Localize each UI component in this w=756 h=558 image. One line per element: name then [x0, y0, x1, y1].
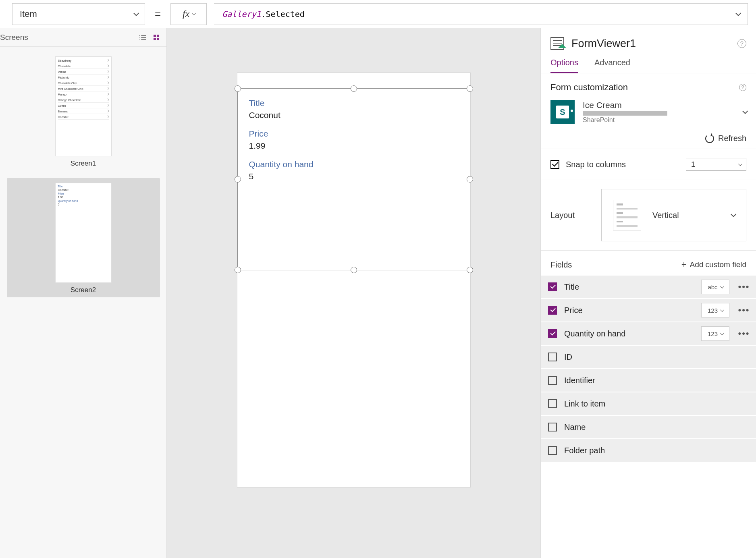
- resize-handle[interactable]: [235, 85, 241, 92]
- add-field-label: Add custom field: [690, 260, 746, 269]
- field-type-dropdown[interactable]: abc: [701, 280, 729, 294]
- field-row[interactable]: Price123•••: [541, 299, 756, 322]
- fx-button[interactable]: fx: [170, 3, 207, 25]
- screen-thumbnail[interactable]: StrawberryChocolateVanillaPistachioChoco…: [7, 52, 160, 171]
- form-viewer-control[interactable]: Title Coconut Price 1.99 Quantity on han…: [237, 88, 470, 270]
- screen-thumbnails: StrawberryChocolateVanillaPistachioChoco…: [0, 47, 166, 302]
- token-member: .Selected: [261, 9, 305, 19]
- chevron-down-icon: [731, 212, 736, 217]
- layout-thumbnail: [613, 200, 641, 230]
- form-customization-section: Form customization ? S Ice Cream SharePo…: [541, 73, 756, 149]
- resize-handle[interactable]: [235, 176, 241, 183]
- field-more-icon[interactable]: •••: [737, 305, 751, 315]
- screens-panel: Screens StrawberryChocolateVanillaPistac…: [0, 28, 167, 558]
- data-source-name: Ice Cream: [583, 100, 734, 110]
- field-name: ID: [564, 353, 751, 362]
- field-type-dropdown[interactable]: 123: [701, 303, 729, 317]
- resize-handle[interactable]: [351, 267, 357, 273]
- field-row[interactable]: Quantity on hand123•••: [541, 322, 756, 346]
- card-label: Quantity on hand: [249, 160, 459, 169]
- fields-label: Fields: [550, 260, 572, 270]
- thumbnail-caption: Screen1: [7, 160, 160, 168]
- resize-handle[interactable]: [467, 176, 473, 183]
- data-card[interactable]: Quantity on hand 5: [238, 156, 470, 187]
- field-name: Folder path: [564, 446, 751, 455]
- chevron-down-icon: [742, 108, 748, 114]
- plus-icon: +: [681, 259, 687, 270]
- snap-checkbox[interactable]: [550, 160, 559, 169]
- field-checkbox[interactable]: [548, 423, 557, 431]
- resize-handle[interactable]: [467, 267, 473, 273]
- resize-handle[interactable]: [351, 85, 357, 92]
- field-row[interactable]: Folder path: [541, 439, 756, 463]
- formula-input[interactable]: Gallery1.Selected: [214, 3, 748, 25]
- snap-to-columns-section: Snap to columns 1: [541, 149, 756, 180]
- field-row[interactable]: Link to item: [541, 392, 756, 416]
- field-checkbox[interactable]: [548, 446, 557, 455]
- help-icon[interactable]: ?: [739, 84, 746, 91]
- thumbnail-view-icon[interactable]: [154, 35, 159, 40]
- snap-label: Snap to columns: [566, 160, 626, 169]
- tree-view-icon[interactable]: [137, 33, 144, 42]
- formula-bar: Item = fx Gallery1.Selected: [0, 0, 756, 28]
- fx-label: fx: [183, 8, 189, 19]
- property-name: Item: [20, 9, 37, 19]
- field-checkbox[interactable]: [548, 306, 557, 315]
- fields-list: Titleabc•••Price123•••Quantity on hand12…: [541, 276, 756, 463]
- data-source-selector[interactable]: S Ice Cream SharePoint: [550, 100, 746, 124]
- field-name: Name: [564, 423, 751, 432]
- layout-selector[interactable]: Vertical: [601, 189, 746, 241]
- panel-tabs: Options Advanced: [541, 53, 756, 73]
- field-checkbox[interactable]: [548, 399, 557, 408]
- field-name: Price: [564, 306, 694, 315]
- property-dropdown[interactable]: Item: [12, 3, 145, 25]
- field-row[interactable]: ID: [541, 346, 756, 369]
- resize-handle[interactable]: [467, 85, 473, 92]
- panel-title-row: FormViewer1 ?: [541, 28, 756, 53]
- section-title: Form customization ?: [550, 82, 746, 93]
- chevron-down-icon: [192, 11, 196, 15]
- field-type-dropdown[interactable]: 123: [701, 326, 729, 341]
- formula-text: Gallery1.Selected: [222, 9, 305, 19]
- field-row[interactable]: Identifier: [541, 369, 756, 392]
- columns-dropdown[interactable]: 1: [686, 158, 746, 171]
- field-checkbox[interactable]: [548, 282, 557, 291]
- token-identifier: Gallery1: [222, 9, 261, 19]
- chevron-down-icon: [735, 10, 741, 16]
- card-label: Title: [249, 98, 459, 108]
- layout-value: Vertical: [652, 211, 679, 220]
- equals-sign: =: [152, 8, 163, 20]
- add-custom-field-button[interactable]: + Add custom field: [681, 259, 746, 270]
- field-checkbox[interactable]: [548, 353, 557, 361]
- resize-handle[interactable]: [235, 267, 241, 273]
- design-canvas[interactable]: Title Coconut Price 1.99 Quantity on han…: [167, 28, 540, 558]
- refresh-button[interactable]: Refresh: [550, 134, 746, 143]
- thumbnail-caption: Screen2: [7, 286, 160, 294]
- field-name: Link to item: [564, 399, 751, 409]
- tab-options[interactable]: Options: [550, 53, 578, 73]
- field-checkbox[interactable]: [548, 376, 557, 385]
- phone-frame: Title Coconut Price 1.99 Quantity on han…: [237, 73, 471, 487]
- field-row[interactable]: Name: [541, 416, 756, 439]
- data-source-account: [583, 111, 667, 116]
- tab-advanced[interactable]: Advanced: [594, 53, 630, 73]
- data-card[interactable]: Title Coconut: [238, 95, 470, 126]
- screen-thumbnail[interactable]: TitleCoconutPrice1.99Quantity on hand5 S…: [7, 178, 160, 297]
- fields-header: Fields + Add custom field: [541, 251, 756, 276]
- control-name: FormViewer1: [571, 37, 636, 50]
- field-more-icon[interactable]: •••: [737, 328, 751, 339]
- field-row[interactable]: Titleabc•••: [541, 276, 756, 299]
- data-card[interactable]: Price 1.99: [238, 126, 470, 156]
- data-source-connector: SharePoint: [583, 116, 734, 124]
- thumbnail-preview: TitleCoconutPrice1.99Quantity on hand5: [55, 183, 112, 283]
- layout-label: Layout: [550, 211, 575, 220]
- refresh-icon: [705, 134, 714, 143]
- screens-header: Screens: [0, 28, 166, 47]
- refresh-label: Refresh: [718, 134, 746, 143]
- field-checkbox[interactable]: [548, 329, 557, 338]
- section-title-text: Form customization: [550, 82, 628, 93]
- field-more-icon[interactable]: •••: [737, 282, 751, 292]
- field-name: Quantity on hand: [564, 329, 694, 338]
- help-icon[interactable]: ?: [737, 39, 746, 48]
- main-area: Screens StrawberryChocolateVanillaPistac…: [0, 28, 756, 558]
